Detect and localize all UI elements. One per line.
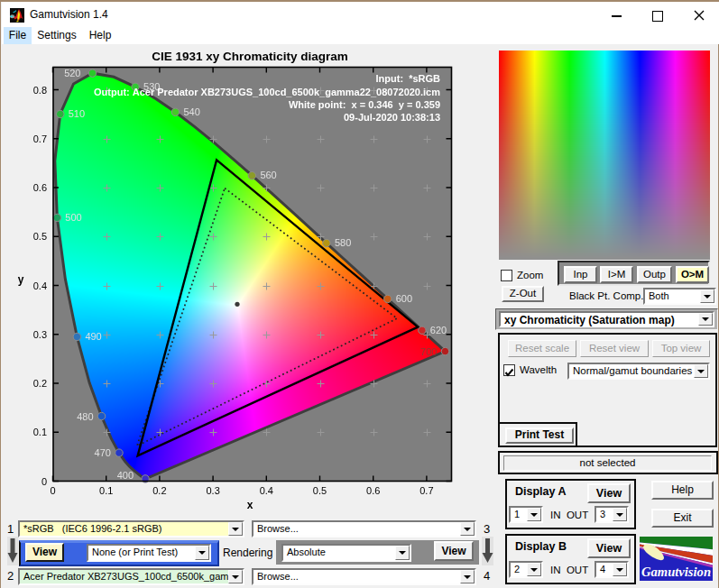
svg-text:Gamutvision: Gamutvision bbox=[641, 565, 711, 579]
